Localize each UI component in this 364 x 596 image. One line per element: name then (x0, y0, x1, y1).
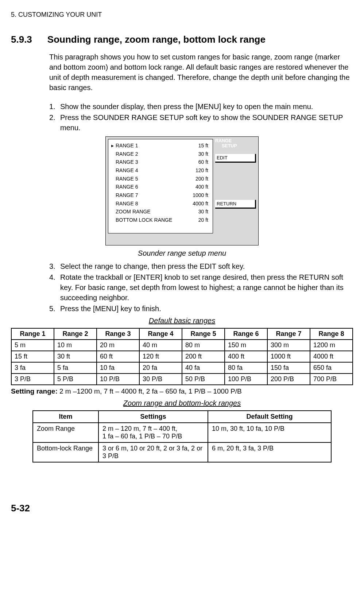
menu-row: RANGE 71000 ft (111, 191, 208, 200)
step-num: 4. (49, 272, 60, 303)
table-row: Bottom-lock Range 3 or 6 m, 10 or 20 ft,… (33, 442, 331, 462)
side-panel: RANGE SETUP EDIT RETURN (213, 137, 258, 239)
section-title: Sounding range, zoom range, bottom lock … (47, 34, 266, 45)
table-row: 5 m10 m20 m40 m80 m150 m300 m1200 m (11, 340, 353, 351)
td: 300 m (267, 340, 310, 351)
default-basic-ranges-table: Range 1 Range 2 Range 3 Range 4 Range 5 … (11, 328, 353, 385)
zoom-bottomlock-table: Item Settings Default Setting Zoom Range… (32, 410, 332, 463)
td: 40 fa (182, 362, 225, 374)
menu-row-value: 200 ft (188, 175, 208, 183)
menu-figure: ▸RANGE 115 ft RANGE 230 ft RANGE 360 ft … (11, 136, 353, 245)
setting-range-label: Setting range: (11, 387, 58, 395)
menu-row-label: RANGE 3 (116, 158, 188, 166)
th: Range 1 (11, 328, 54, 340)
th: Item (33, 411, 98, 423)
td: 10 P/B (97, 374, 139, 385)
td: 700 P/B (310, 374, 353, 385)
page-number: 5-32 (11, 503, 353, 514)
td: 1000 ft (267, 351, 310, 362)
menu-row: RANGE 4120 ft (111, 166, 208, 175)
td: 10 m (54, 340, 97, 351)
menu-row: RANGE 6400 ft (111, 183, 208, 191)
td: 1200 m (310, 340, 353, 351)
td: 2 m – 120 m, 7 ft – 400 ft, 1 fa – 60 fa… (98, 423, 208, 442)
td: 5 P/B (54, 374, 97, 385)
th: Range 8 (310, 328, 353, 340)
td: 10 m, 30 ft, 10 fa, 10 P/B (208, 423, 331, 442)
step-text: Show the sounder display, then press the… (60, 101, 353, 112)
td: Bottom-lock Range (33, 442, 98, 462)
menu-row: BOTTOM LOCK RANGE20 ft (111, 216, 208, 224)
td: 50 P/B (182, 374, 225, 385)
step-text: Press the SOUNDER RANGE SETUP soft key t… (60, 112, 353, 133)
menu-row-label: RANGE 6 (116, 183, 188, 191)
menu-row-value: 15 ft (188, 142, 208, 150)
menu-row-label: RANGE 1 (116, 142, 188, 150)
td: 40 m (139, 340, 182, 351)
td: 5 fa (54, 362, 97, 374)
step-list-b: 3.Select the range to change, then press… (49, 261, 353, 314)
th: Default Setting (208, 411, 331, 423)
menu-row-label: ZOOM RANGE (116, 208, 188, 216)
td: 30 P/B (139, 374, 182, 385)
side-title-line1: RANGE (215, 138, 232, 143)
td: 80 fa (225, 362, 267, 374)
menu-row-label: RANGE 7 (116, 191, 188, 200)
menu-row-label: RANGE 4 (116, 166, 188, 175)
td: 200 P/B (267, 374, 310, 385)
menu-panel: ▸RANGE 115 ft RANGE 230 ft RANGE 360 ft … (105, 136, 259, 245)
softkey-edit[interactable]: EDIT (215, 154, 256, 163)
table-row: 3 P/B5 P/B10 P/B30 P/B50 P/B100 P/B200 P… (11, 374, 353, 385)
table-row: 15 ft30 ft60 ft120 ft200 ft400 ft1000 ft… (11, 351, 353, 362)
step-num: 3. (49, 261, 60, 271)
chapter-header: 5. CUSTOMIZING YOUR UNIT (11, 11, 353, 19)
th: Range 4 (139, 328, 182, 340)
td: 650 fa (310, 362, 353, 374)
step-num: 5. (49, 303, 60, 314)
td: Zoom Range (33, 423, 98, 442)
th: Range 7 (267, 328, 310, 340)
menu-row: ▸RANGE 115 ft (111, 142, 208, 150)
menu-row: RANGE 84000 ft (111, 200, 208, 208)
menu-row: RANGE 230 ft (111, 150, 208, 158)
menu-row-value: 120 ft (188, 166, 208, 175)
softkey-return[interactable]: RETURN (215, 200, 256, 209)
td: 15 ft (11, 351, 54, 362)
menu-row-value: 30 ft (188, 150, 208, 158)
td: 120 ft (139, 351, 182, 362)
side-title-line2: SETUP (215, 143, 256, 148)
table-row: Zoom Range 2 m – 120 m, 7 ft – 400 ft, 1… (33, 423, 331, 442)
menu-row-value: 20 ft (188, 216, 208, 224)
menu-row-value: 4000 ft (188, 200, 208, 208)
table-row: 3 fa5 fa10 fa20 fa40 fa80 fa150 fa650 fa (11, 362, 353, 374)
td: 5 m (11, 340, 54, 351)
td: 10 fa (97, 362, 139, 374)
td: 3 fa (11, 362, 54, 374)
menu-row-value: 400 ft (188, 183, 208, 191)
step-text: Rotate the trackball or [ENTER] knob to … (60, 272, 353, 303)
td: 3 P/B (11, 374, 54, 385)
figure-caption: Sounder range setup menu (11, 249, 353, 258)
intro-paragraph: This paragraph shows you how to set cust… (49, 52, 353, 93)
td: 20 fa (139, 362, 182, 374)
menu-row: ZOOM RANGE30 ft (111, 208, 208, 216)
th: Range 5 (182, 328, 225, 340)
cursor-icon: ▸ (111, 142, 116, 150)
menu-row-label: RANGE 8 (116, 200, 188, 208)
setting-range-text: 2 m –1200 m, 7 ft – 4000 ft, 2 fa – 650 … (58, 387, 242, 395)
menu-row-label: RANGE 2 (116, 150, 188, 158)
step-num: 1. (49, 101, 60, 112)
td: 60 ft (97, 351, 139, 362)
menu-row: RANGE 360 ft (111, 158, 208, 166)
menu-row-value: 60 ft (188, 158, 208, 166)
side-title: RANGE SETUP (215, 138, 256, 149)
th: Settings (98, 411, 208, 423)
setting-range: Setting range: 2 m –1200 m, 7 ft – 4000 … (11, 387, 353, 395)
table1-title: Default basic ranges (11, 317, 353, 325)
td: 150 fa (267, 362, 310, 374)
td: 4000 ft (310, 351, 353, 362)
section-number: 5.9.3 (11, 34, 32, 45)
menu-row-label: BOTTOM LOCK RANGE (116, 216, 188, 224)
th: Range 2 (54, 328, 97, 340)
td: 20 m (97, 340, 139, 351)
